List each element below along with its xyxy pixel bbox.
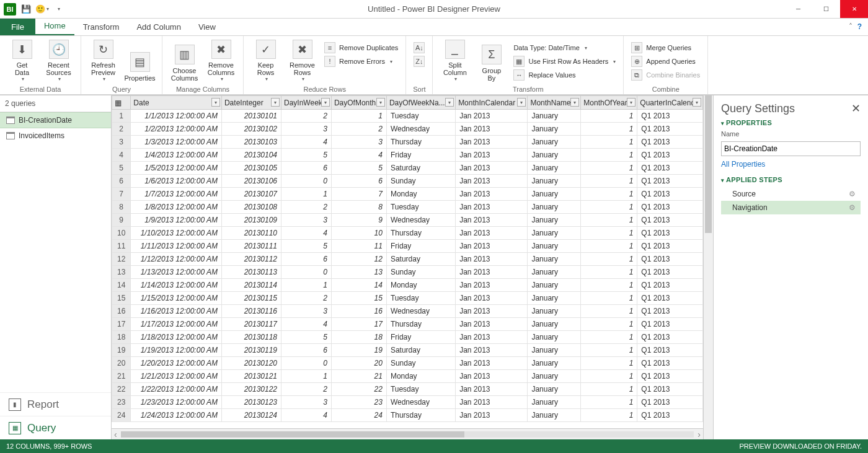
column-header-Date[interactable]: Date▾ bbox=[131, 96, 222, 110]
cell-MonthOfYear[interactable]: 1 bbox=[581, 396, 637, 409]
cell-DayInWeek[interactable]: 6 bbox=[281, 344, 332, 357]
cell-DateInteger[interactable]: 20130105 bbox=[221, 162, 281, 175]
cell-MonthOfYear[interactable]: 1 bbox=[581, 318, 637, 331]
cell-MonthOfYear[interactable]: 1 bbox=[581, 214, 637, 227]
row-number[interactable]: 21 bbox=[112, 370, 131, 383]
cell-QuarterInCalendar[interactable]: Q1 2013 bbox=[637, 227, 703, 240]
cell-QuarterInCalendar[interactable]: Q1 2013 bbox=[637, 175, 703, 188]
row-number[interactable]: 6 bbox=[112, 175, 131, 188]
row-number[interactable]: 8 bbox=[112, 201, 131, 214]
remove-errors-button[interactable]: !Remove Errors▾ bbox=[322, 55, 401, 68]
cell-MonthName[interactable]: January bbox=[528, 292, 581, 305]
cell-Date[interactable]: 1/1/2013 12:00:00 AM bbox=[131, 110, 222, 123]
cell-DayOfWeekName[interactable]: Saturday bbox=[386, 162, 455, 175]
cell-DayInWeek[interactable]: 1 bbox=[281, 279, 332, 292]
cell-DayInWeek[interactable]: 6 bbox=[281, 253, 332, 266]
filter-dropdown-icon[interactable]: ▾ bbox=[376, 98, 385, 107]
column-header-MonthName[interactable]: MonthName▾ bbox=[528, 96, 581, 110]
table-row[interactable]: 191/19/2013 12:00:00 AM20130119619Saturd… bbox=[112, 344, 703, 357]
cell-MonthInCalendar[interactable]: Jan 2013 bbox=[456, 110, 528, 123]
filter-dropdown-icon[interactable]: ▾ bbox=[693, 98, 701, 107]
cell-DateInteger[interactable]: 20130121 bbox=[221, 370, 281, 383]
cell-DayInWeek[interactable]: 2 bbox=[281, 201, 332, 214]
select-all-corner[interactable]: ▦ bbox=[112, 96, 131, 110]
cell-QuarterInCalendar[interactable]: Q1 2013 bbox=[637, 292, 703, 305]
append-queries-button[interactable]: ⊕Append Queries bbox=[629, 55, 702, 68]
cell-MonthInCalendar[interactable]: Jan 2013 bbox=[456, 162, 528, 175]
cell-MonthName[interactable]: January bbox=[528, 162, 581, 175]
cell-DateInteger[interactable]: 20130114 bbox=[221, 279, 281, 292]
row-number[interactable]: 16 bbox=[112, 305, 131, 318]
column-header-MonthOfYear[interactable]: MonthOfYear▾ bbox=[581, 96, 637, 110]
cell-QuarterInCalendar[interactable]: Q1 2013 bbox=[637, 136, 703, 149]
cell-MonthName[interactable]: January bbox=[528, 240, 581, 253]
cell-DayInWeek[interactable]: 4 bbox=[281, 136, 332, 149]
cell-MonthInCalendar[interactable]: Jan 2013 bbox=[456, 396, 528, 409]
cell-MonthName[interactable]: January bbox=[528, 214, 581, 227]
cell-DateInteger[interactable]: 20130103 bbox=[221, 136, 281, 149]
cell-Date[interactable]: 1/24/2013 12:00:00 AM bbox=[131, 409, 222, 422]
table-row[interactable]: 201/20/2013 12:00:00 AM20130120020Sunday… bbox=[112, 357, 703, 370]
cell-MonthOfYear[interactable]: 1 bbox=[581, 110, 637, 123]
cell-MonthOfYear[interactable]: 1 bbox=[581, 305, 637, 318]
group-by-button[interactable]: ΣGroup By bbox=[474, 38, 508, 83]
cell-DayOfWeekName[interactable]: Tuesday bbox=[386, 201, 455, 214]
cell-MonthOfYear[interactable]: 1 bbox=[581, 201, 637, 214]
cell-DayInWeek[interactable]: 1 bbox=[281, 370, 332, 383]
cell-MonthInCalendar[interactable]: Jan 2013 bbox=[456, 136, 528, 149]
table-row[interactable]: 61/6/2013 12:00:00 AM2013010606SundayJan… bbox=[112, 175, 703, 188]
row-number[interactable]: 12 bbox=[112, 253, 131, 266]
cell-DayInWeek[interactable]: 4 bbox=[281, 409, 332, 422]
cell-DayOfMonth[interactable]: 18 bbox=[331, 331, 386, 344]
cell-MonthOfYear[interactable]: 1 bbox=[581, 357, 637, 370]
cell-DayOfMonth[interactable]: 7 bbox=[331, 188, 386, 201]
cell-DateInteger[interactable]: 20130122 bbox=[221, 383, 281, 396]
cell-DayInWeek[interactable]: 4 bbox=[281, 227, 332, 240]
cell-DateInteger[interactable]: 20130102 bbox=[221, 123, 281, 136]
table-row[interactable]: 161/16/2013 12:00:00 AM20130116316Wednes… bbox=[112, 305, 703, 318]
cell-DayOfMonth[interactable]: 17 bbox=[331, 318, 386, 331]
cell-MonthInCalendar[interactable]: Jan 2013 bbox=[456, 123, 528, 136]
table-row[interactable]: 31/3/2013 12:00:00 AM2013010343ThursdayJ… bbox=[112, 136, 703, 149]
cell-QuarterInCalendar[interactable]: Q1 2013 bbox=[637, 383, 703, 396]
applied-step[interactable]: Source⚙ bbox=[721, 187, 861, 201]
smiley-icon[interactable]: 🙂▾ bbox=[36, 3, 48, 15]
cell-DayOfWeekName[interactable]: Sunday bbox=[386, 175, 455, 188]
column-header-QuarterInCalendar[interactable]: QuarterInCalenda▾ bbox=[637, 96, 703, 110]
cell-DayInWeek[interactable]: 3 bbox=[281, 214, 332, 227]
gear-icon[interactable]: ⚙ bbox=[849, 190, 856, 198]
cell-Date[interactable]: 1/8/2013 12:00:00 AM bbox=[131, 201, 222, 214]
cell-MonthOfYear[interactable]: 1 bbox=[581, 292, 637, 305]
cell-QuarterInCalendar[interactable]: Q1 2013 bbox=[637, 279, 703, 292]
cell-DayOfMonth[interactable]: 9 bbox=[331, 214, 386, 227]
cell-DayOfWeekName[interactable]: Wednesday bbox=[386, 214, 455, 227]
table-row[interactable]: 41/4/2013 12:00:00 AM2013010454FridayJan… bbox=[112, 149, 703, 162]
row-number[interactable]: 4 bbox=[112, 149, 131, 162]
cell-Date[interactable]: 1/18/2013 12:00:00 AM bbox=[131, 331, 222, 344]
cell-DayInWeek[interactable]: 2 bbox=[281, 110, 332, 123]
table-row[interactable]: 121/12/2013 12:00:00 AM20130112612Saturd… bbox=[112, 253, 703, 266]
row-number[interactable]: 1 bbox=[112, 110, 131, 123]
cell-DayOfWeekName[interactable]: Monday bbox=[386, 279, 455, 292]
filter-dropdown-icon[interactable]: ▾ bbox=[570, 98, 579, 107]
cell-DayInWeek[interactable]: 5 bbox=[281, 331, 332, 344]
cell-MonthName[interactable]: January bbox=[528, 409, 581, 422]
cell-MonthOfYear[interactable]: 1 bbox=[581, 370, 637, 383]
cell-MonthInCalendar[interactable]: Jan 2013 bbox=[456, 370, 528, 383]
table-row[interactable]: 101/10/2013 12:00:00 AM20130110410Thursd… bbox=[112, 227, 703, 240]
filter-dropdown-icon[interactable]: ▾ bbox=[517, 98, 526, 107]
cell-MonthOfYear[interactable]: 1 bbox=[581, 175, 637, 188]
query-nav-button[interactable]: ▦Query bbox=[0, 416, 111, 439]
row-number[interactable]: 2 bbox=[112, 123, 131, 136]
row-number[interactable]: 13 bbox=[112, 266, 131, 279]
column-header-DayOfMonth[interactable]: DayOfMonth▾ bbox=[331, 96, 386, 110]
cell-Date[interactable]: 1/6/2013 12:00:00 AM bbox=[131, 175, 222, 188]
cell-QuarterInCalendar[interactable]: Q1 2013 bbox=[637, 396, 703, 409]
cell-MonthName[interactable]: January bbox=[528, 357, 581, 370]
cell-MonthName[interactable]: January bbox=[528, 305, 581, 318]
scroll-right-icon[interactable]: › bbox=[698, 429, 701, 439]
query-item[interactable]: BI-CreationDate bbox=[0, 112, 111, 128]
cell-MonthInCalendar[interactable]: Jan 2013 bbox=[456, 214, 528, 227]
cell-DateInteger[interactable]: 20130111 bbox=[221, 240, 281, 253]
save-icon[interactable]: 💾 bbox=[20, 3, 32, 15]
